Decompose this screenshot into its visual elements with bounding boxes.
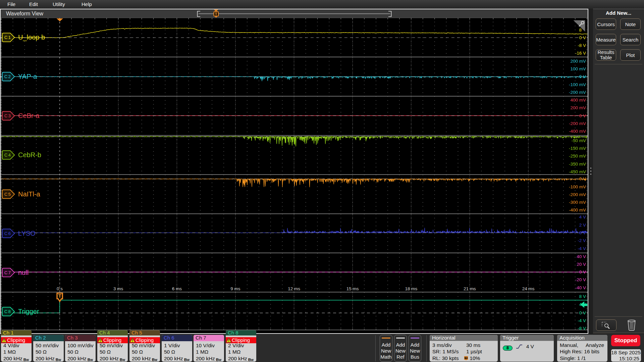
svg-text:12 ms: 12 ms	[288, 286, 300, 291]
svg-text:-150 mV: -150 mV	[569, 146, 586, 151]
svg-text:-200 mV: -200 mV	[569, 90, 586, 95]
svg-text:C 2: C 2	[4, 74, 11, 79]
svg-text:0 s: 0 s	[57, 286, 63, 291]
svg-text:-300 mV: -300 mV	[569, 200, 586, 205]
svg-text:C 4: C 4	[4, 153, 11, 158]
svg-text:-4 V: -4 V	[578, 246, 586, 251]
svg-text:-400 mV: -400 mV	[569, 207, 586, 213]
svg-text:CeBr-a: CeBr-a	[18, 112, 40, 119]
svg-text:-8 V: -8 V	[578, 43, 586, 48]
svg-text:-4 V: -4 V	[578, 318, 586, 323]
svg-text:0 V: 0 V	[579, 230, 586, 235]
svg-text:40 V: 40 V	[577, 254, 586, 259]
svg-text:-20 V: -20 V	[575, 277, 586, 282]
svg-text:20 V: 20 V	[577, 262, 586, 267]
svg-text:T: T	[58, 293, 61, 299]
svg-text:6 ms: 6 ms	[172, 286, 182, 291]
svg-text:-8 V: -8 V	[578, 326, 586, 330]
svg-text:200 mV: 200 mV	[570, 105, 586, 110]
svg-text:C 3: C 3	[4, 113, 11, 118]
svg-text:4 V: 4 V	[579, 215, 586, 220]
svg-text:-50 mV: -50 mV	[571, 138, 586, 143]
svg-text:NaITl-a: NaITl-a	[18, 190, 40, 198]
svg-text:C 7: C 7	[4, 270, 11, 275]
svg-text:0 V: 0 V	[579, 113, 586, 118]
svg-text:C 8: C 8	[4, 309, 11, 314]
svg-text:C 5: C 5	[4, 192, 11, 197]
svg-text:15 ms: 15 ms	[346, 286, 359, 291]
svg-text:T: T	[465, 356, 467, 360]
svg-text:0 V: 0 V	[579, 176, 586, 181]
svg-text:-200 mV: -200 mV	[569, 121, 586, 126]
svg-text:CebR-b: CebR-b	[18, 151, 41, 159]
svg-text:0 V: 0 V	[579, 310, 586, 315]
svg-text:24 ms: 24 ms	[522, 286, 535, 291]
svg-text:-250 mV: -250 mV	[569, 154, 586, 159]
svg-text:-400 mV: -400 mV	[569, 129, 586, 134]
svg-text:200 mV: 200 mV	[570, 59, 586, 64]
svg-text:null: null	[18, 269, 29, 276]
svg-text:-16 V: -16 V	[575, 51, 586, 56]
svg-text:-100 mV: -100 mV	[569, 82, 586, 87]
svg-text:100 mV: 100 mV	[570, 66, 586, 71]
svg-text:-200 mV: -200 mV	[569, 192, 586, 197]
svg-text:U_loop b: U_loop b	[18, 34, 45, 41]
svg-text:9 ms: 9 ms	[230, 286, 240, 291]
svg-text:LYSO: LYSO	[18, 230, 36, 237]
svg-text:YAP-a: YAP-a	[18, 73, 37, 80]
svg-text:0 V: 0 V	[579, 35, 586, 40]
svg-text:-40 V: -40 V	[575, 285, 586, 290]
svg-text:-450 mV: -450 mV	[569, 169, 586, 174]
svg-text:21 ms: 21 ms	[464, 286, 476, 291]
svg-text:400 mV: 400 mV	[570, 98, 586, 103]
svg-text:-100 mV: -100 mV	[569, 184, 586, 189]
svg-text:3 ms: 3 ms	[113, 286, 123, 291]
svg-text:18 ms: 18 ms	[405, 286, 417, 291]
svg-text:2 V: 2 V	[579, 223, 586, 228]
svg-text:Trigger: Trigger	[18, 308, 39, 315]
svg-text:C 1: C 1	[4, 35, 11, 40]
svg-text:T: T	[215, 12, 217, 16]
svg-text:0 V: 0 V	[579, 269, 586, 275]
svg-text:8: 8	[579, 27, 582, 33]
svg-text:-2 V: -2 V	[578, 238, 586, 243]
svg-text:8 V: 8 V	[579, 294, 586, 299]
svg-text:-350 mV: -350 mV	[569, 162, 586, 167]
svg-text:0 V: 0 V	[579, 74, 586, 79]
svg-text:C 6: C 6	[4, 231, 11, 236]
